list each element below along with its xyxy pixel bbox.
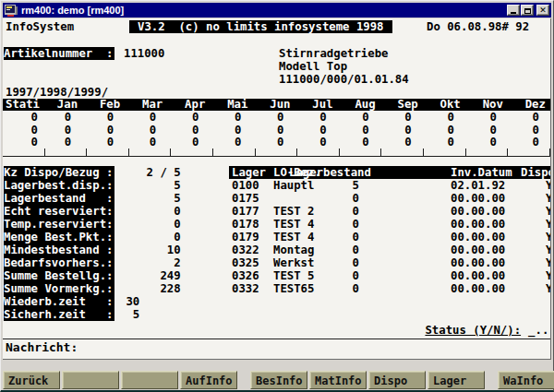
stats-row-2: 0000000000000 xyxy=(3,137,550,148)
status-input[interactable]: _.. xyxy=(528,324,548,337)
status-prompt: Status (Y/N/):_.. xyxy=(384,311,548,324)
detail-row: Wiederb.zeit : 30 xyxy=(4,295,181,308)
window-controls: ✕ xyxy=(506,5,549,16)
detail-row: Menge Best.Pkt.: 0 xyxy=(4,231,181,244)
stats-value: 0 xyxy=(295,112,337,124)
fkey-aufinfo[interactable]: AufInfo xyxy=(180,371,237,389)
artikelnummer-label: Artikelnummer : xyxy=(4,47,114,60)
details-list: Kz Dispo/Bezug : 2 / 5Lagerbest.disp.: 5… xyxy=(4,166,181,321)
detail-row: Sicherh.zeit : 5 xyxy=(4,308,181,321)
stats-month-mai: Mai xyxy=(210,99,252,111)
fkey-zuruck[interactable]: Zurück xyxy=(3,371,60,389)
fkey-blank-3[interactable] xyxy=(121,371,178,389)
detail-label: Menge Best.Pkt.: xyxy=(4,231,114,244)
lager-cell: Y xyxy=(546,205,550,218)
ruler-tick xyxy=(45,148,88,156)
lager-cell: 00.00.00 xyxy=(451,192,505,205)
stats-value: 0 xyxy=(167,137,210,148)
stats-value: 0 xyxy=(295,137,337,148)
titlebar[interactable]: rm400: demo [rm400] ✕ xyxy=(3,3,551,18)
window-title: rm400: demo [rm400] xyxy=(21,5,506,16)
stats-value: 0 xyxy=(338,125,380,137)
lager-cell: 00.00.00 xyxy=(451,244,505,256)
stats-value: 0 xyxy=(338,112,380,124)
fkey-blank-2[interactable] xyxy=(62,371,119,389)
detail-value: 0 xyxy=(119,218,181,231)
lager-cell: 5 xyxy=(289,179,359,192)
detail-row: Bedarfsvorhers.: 2 xyxy=(4,256,181,269)
lager-cell: 00.00.00 xyxy=(451,231,505,244)
lager-cell: 00.00.00 xyxy=(451,282,505,295)
fkey-dispo[interactable]: Dispo xyxy=(368,371,426,389)
app-name: InfoSystem xyxy=(6,20,74,33)
lager-table: LagerLO-Bez.LagerbestandInv.DatumDispo 0… xyxy=(229,166,550,295)
stats-value: 0 xyxy=(82,137,125,148)
ruler-tick xyxy=(381,148,424,156)
lager-col-lager: Lager xyxy=(232,166,266,179)
lager-cell: 0 xyxy=(289,231,359,244)
detail-row: Summe Vormerkg.: 228 xyxy=(4,282,181,295)
lager-cell: 0 xyxy=(289,282,359,295)
stats-value: 0 xyxy=(210,137,252,148)
lager-row: 0332TEST65000.00.00Y xyxy=(229,282,550,295)
ruler-tick xyxy=(297,148,340,156)
lager-cell: 0179 xyxy=(232,231,259,244)
detail-label: Kz Dispo/Bezug : xyxy=(4,166,114,179)
lager-table-body: 0100Hauptl502.01.92Y0175000.00.00Y0177TE… xyxy=(229,179,550,295)
maximize-button[interactable] xyxy=(521,5,534,16)
stats-value: 0 xyxy=(3,112,40,124)
lager-cell: 0322 xyxy=(232,244,259,256)
fkey-wainfo[interactable]: WaInfo xyxy=(498,371,554,389)
fkey-gap xyxy=(487,371,496,390)
close-button[interactable]: ✕ xyxy=(536,5,549,16)
lager-cell: 0 xyxy=(289,269,359,282)
status-prompt-label: Status (Y/N/): xyxy=(425,324,521,337)
stats-month-jan: Jan xyxy=(40,99,82,111)
stats-value: 0 xyxy=(380,125,423,137)
stats-header-row: StatistikJanFebMarAprMaiJunJulAugSepOktN… xyxy=(3,99,550,111)
detail-label: Temp.reserviert: xyxy=(4,218,114,231)
lager-cell: Y xyxy=(546,179,550,192)
detail-row: Lagerbestand : 5 xyxy=(4,192,181,205)
detail-label: Wiederb.zeit : xyxy=(4,295,114,308)
fkey-matinfo[interactable]: MatInfo xyxy=(309,371,367,389)
stats-row-0: 0000000000000 xyxy=(3,112,550,124)
years-line: 1997/1998/1999/ xyxy=(6,86,108,99)
stats-value: 0 xyxy=(40,125,82,137)
stats-value: 0 xyxy=(125,112,167,124)
minimize-button[interactable] xyxy=(507,5,520,16)
detail-value: 2 xyxy=(119,256,181,269)
message-divider xyxy=(3,339,550,339)
lager-cell: 00.00.00 xyxy=(451,256,505,269)
detail-label: Echt reserviert: xyxy=(4,205,114,218)
detail-row: Echt reserviert: 0 xyxy=(4,205,181,218)
lager-table-header: LagerLO-Bez.LagerbestandInv.DatumDispo xyxy=(229,166,550,179)
stats-value: 0 xyxy=(295,125,337,137)
detail-row: Kz Dispo/Bezug : 2 / 5 xyxy=(4,166,181,179)
fkey-lager[interactable]: Lager xyxy=(428,371,485,389)
ruler-tick xyxy=(87,148,129,156)
message-label: Nachricht: xyxy=(6,341,78,354)
lager-cell: 00.00.00 xyxy=(451,269,505,282)
detail-label: Sicherh.zeit : xyxy=(4,308,114,321)
stats-value: 0 xyxy=(508,137,550,148)
artikelnummer-value[interactable]: 111000 xyxy=(124,47,164,60)
app-window: rm400: demo [rm400] ✕ InfoSystem V3.2 (c… xyxy=(0,0,554,392)
detail-value: 0 xyxy=(119,205,181,218)
lager-cell: 0 xyxy=(289,256,359,269)
stats-value: 0 xyxy=(40,137,82,148)
detail-value: 5 xyxy=(119,308,139,321)
lager-cell: 0 xyxy=(289,205,359,218)
lager-cell: 0325 xyxy=(232,256,259,269)
ruler-tick xyxy=(3,148,45,156)
lager-cell: 0175 xyxy=(232,192,259,205)
lager-row: 0179TEST 4000.00.00Y xyxy=(229,231,550,244)
ruler-tick xyxy=(256,148,298,156)
article-description-line: Modell Top xyxy=(279,60,347,73)
lager-cell: 0332 xyxy=(232,282,259,295)
fkey-besinfo[interactable]: BesInfo xyxy=(250,371,307,389)
article-description-line: Stirnradgetriebe xyxy=(279,47,388,60)
stats-month-sep: Sep xyxy=(380,99,423,111)
stats-month-apr: Apr xyxy=(167,99,210,111)
stats-month-jun: Jun xyxy=(252,99,295,111)
